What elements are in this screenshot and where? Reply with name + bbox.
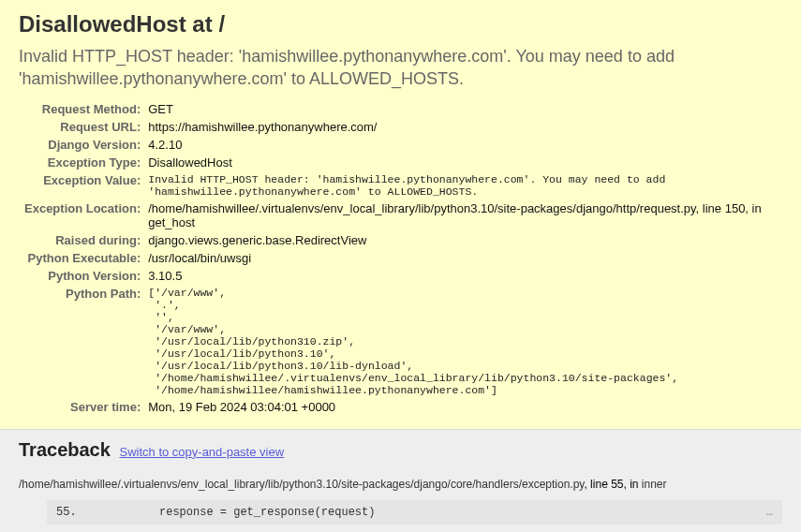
raised-during-label: Raised during:	[24, 231, 148, 249]
django-version-value: 4.2.10	[148, 136, 782, 154]
python-path-pre: ['/var/www', '.', '', '/var/www', '/usr/…	[148, 287, 782, 396]
frame-line-prefix: , line 55, in	[584, 478, 641, 491]
server-time-value: Mon, 19 Feb 2024 03:04:01 +0000	[148, 398, 782, 416]
table-row: Exception Type: DisallowedHost	[24, 154, 782, 171]
traceback-panel: Traceback Switch to copy-and-paste view …	[0, 430, 801, 532]
exception-type-value: DisallowedHost	[148, 154, 782, 171]
frame-file-line: /home/hamishwillee/.virtualenvs/env_loca…	[19, 476, 782, 493]
table-row: Request URL: https://hamishwillee.python…	[24, 118, 782, 136]
django-version-label: Django Version:	[24, 136, 148, 154]
exception-subtitle: Invalid HTTP_HOST header: 'hamishwillee.…	[19, 45, 782, 91]
switch-view-link[interactable]: Switch to copy-and-paste view	[119, 445, 284, 459]
request-url-label: Request URL:	[24, 118, 148, 136]
exception-value-label: Exception Value:	[24, 171, 148, 200]
server-time-label: Server time:	[24, 398, 148, 416]
exception-path: /	[218, 11, 225, 37]
code-context: 55. response = get_response(request) …	[47, 500, 782, 525]
table-row: Exception Location: /home/hamishwillee/.…	[24, 200, 782, 231]
table-row: Python Version: 3.10.5	[24, 267, 782, 285]
exception-type-label: Exception Type:	[24, 154, 148, 171]
error-page: DisallowedHost at / Invalid HTTP_HOST he…	[0, 0, 801, 532]
request-meta-table: Request Method: GET Request URL: https:/…	[24, 100, 782, 416]
python-executable-label: Python Executable:	[24, 249, 148, 267]
table-row: Python Path: ['/var/www', '.', '', '/var…	[24, 285, 782, 398]
exception-location-label: Exception Location:	[24, 200, 148, 231]
code-ellipsis: …	[766, 506, 773, 519]
table-row: Raised during: django.views.generic.base…	[24, 231, 782, 249]
exception-value-pre: Invalid HTTP_HOST header: 'hamishwillee.…	[148, 173, 782, 198]
table-row: Server time: Mon, 19 Feb 2024 03:04:01 +…	[24, 398, 782, 416]
request-url-value: https://hamishwillee.pythonanywhere.com/	[148, 118, 782, 136]
code-line-number: 55.	[56, 506, 159, 519]
exception-location-value: /home/hamishwillee/.virtualenvs/env_loca…	[148, 200, 782, 231]
title-at: at	[186, 11, 219, 37]
table-row: Request Method: GET	[24, 100, 782, 118]
request-method-label: Request Method:	[24, 100, 148, 118]
page-title: DisallowedHost at /	[19, 11, 782, 37]
python-version-label: Python Version:	[24, 267, 148, 285]
python-executable-value: /usr/local/bin/uwsgi	[148, 249, 782, 267]
exception-value-value: Invalid HTTP_HOST header: 'hamishwillee.…	[148, 171, 782, 200]
python-path-value: ['/var/www', '.', '', '/var/www', '/usr/…	[148, 285, 782, 398]
python-version-value: 3.10.5	[148, 267, 782, 285]
table-row: Exception Value: Invalid HTTP_HOST heade…	[24, 171, 782, 200]
frame-function: inner	[642, 478, 667, 491]
table-row: Python Executable: /usr/local/bin/uwsgi	[24, 249, 782, 267]
exception-name: DisallowedHost	[19, 11, 186, 37]
code-line-text: response = get_response(request)	[159, 506, 766, 519]
summary-panel: DisallowedHost at / Invalid HTTP_HOST he…	[0, 0, 801, 430]
frame-file-path: /home/hamishwillee/.virtualenvs/env_loca…	[19, 478, 584, 491]
python-path-label: Python Path:	[24, 285, 148, 398]
traceback-heading: Traceback	[19, 439, 111, 460]
table-row: Django Version: 4.2.10	[24, 136, 782, 154]
request-method-value: GET	[148, 100, 782, 118]
raised-during-value: django.views.generic.base.RedirectView	[148, 231, 782, 249]
